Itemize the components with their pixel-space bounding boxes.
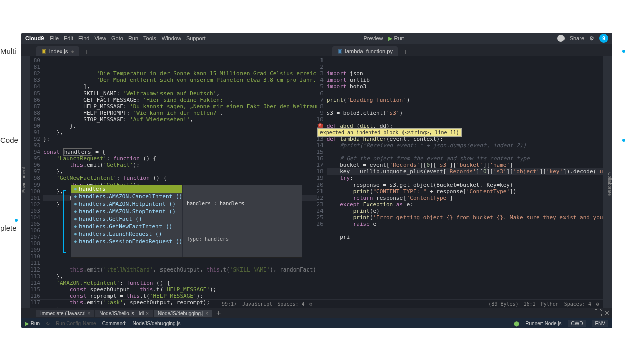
- close-icon[interactable]: ×: [146, 311, 149, 316]
- tab-lambda-function[interactable]: ▣ lambda_function.py: [332, 46, 398, 56]
- autocomplete-item[interactable]: ●handlers.LaunchRequest (): [71, 230, 182, 238]
- autocomplete-item[interactable]: ●handlers: [71, 185, 182, 193]
- run-button[interactable]: ▶Run: [388, 35, 405, 42]
- close-icon[interactable]: ×: [205, 311, 208, 316]
- left-editor[interactable]: 8081828384858687888990919293949596979899…: [30, 56, 317, 308]
- bottom-tabs: Immediate (Javascri ×NodeJS/hello.js - I…: [21, 308, 612, 318]
- gear-icon[interactable]: ⚙: [596, 301, 599, 307]
- file-size: (89 Bytes): [488, 301, 518, 307]
- brand[interactable]: Cloud9: [25, 35, 44, 41]
- menu-edit[interactable]: Edit: [64, 35, 73, 41]
- js-file-icon: ▣: [41, 48, 46, 54]
- bottom-tab[interactable]: Immediate (Javascri ×: [36, 310, 94, 317]
- user-avatar-icon[interactable]: [557, 35, 565, 42]
- add-tab-button[interactable]: +: [80, 48, 93, 56]
- right-gutter[interactable]: 1234567891011×12131415161718192021222324…: [317, 56, 327, 299]
- sidepanel-environment[interactable]: Environment: [21, 167, 26, 193]
- right-status-bar: (89 Bytes) 16:1 Python Spaces: 4 ⚙: [317, 299, 604, 308]
- sidepanel-collaborate[interactable]: Collaborate: [607, 172, 612, 196]
- menu-file[interactable]: File: [50, 35, 59, 41]
- left-gutter[interactable]: 8081828384858687888990919293949596979899…: [30, 56, 43, 299]
- menu-tools[interactable]: Tools: [143, 35, 156, 41]
- bug-icon[interactable]: ⬤: [514, 321, 519, 326]
- left-code-content[interactable]: 'Die Temperatur in der Sonne kann 15 Mil…: [43, 56, 317, 299]
- command-label: Command:: [102, 321, 127, 326]
- tab-modified-dot-icon: ●: [71, 48, 74, 54]
- restart-icon[interactable]: ↻: [46, 321, 50, 326]
- add-bottom-tab[interactable]: +: [213, 309, 224, 318]
- menu-window[interactable]: Window: [162, 35, 181, 41]
- bracket-icon: [63, 190, 66, 253]
- left-sidepanel: EnvironmentNavigateCommands: [21, 56, 30, 308]
- tab-bar: ▣ index.js ● + ▣ lambda_function.py +: [21, 44, 612, 56]
- autocomplete-popup[interactable]: ●handlers●handlers.AMAZON.CancelIntent (…: [71, 185, 302, 258]
- add-tab-button-right[interactable]: +: [399, 48, 411, 56]
- play-icon: ▶: [388, 35, 392, 42]
- py-file-icon: ▣: [337, 48, 342, 54]
- indent-setting[interactable]: Spaces: 4: [564, 301, 591, 307]
- autocomplete-item[interactable]: ●handlers.AMAZON.HelpIntent (): [71, 200, 182, 208]
- language-mode[interactable]: Python: [541, 301, 559, 307]
- bottom-tab[interactable]: NodeJS/hello.js - Idl ×: [95, 310, 153, 317]
- autocomplete-item[interactable]: ●handlers.GetNewFactIntent (): [71, 223, 182, 230]
- menu-goto[interactable]: Goto: [111, 35, 123, 41]
- menu-run[interactable]: Run: [128, 35, 138, 41]
- play-icon: ▶: [25, 321, 29, 326]
- menu-find[interactable]: Find: [78, 35, 89, 41]
- ide-window: Cloud9 FileEditFindViewGotoRunToolsWindo…: [21, 33, 612, 328]
- right-sidepanel: CollaborateOutlineAWS ResourcesDebugger: [603, 56, 612, 308]
- close-icon[interactable]: ×: [87, 311, 90, 316]
- tab-index-js[interactable]: ▣ index.js ●: [36, 46, 79, 56]
- panel-controls[interactable]: ⛶ ×: [594, 309, 612, 318]
- annotation-line: [16, 220, 63, 220]
- gear-icon[interactable]: ⚙: [589, 35, 594, 42]
- autocomplete-doc: handlers : handlers Type: handlers: [182, 185, 302, 257]
- menubar: Cloud9 FileEditFindViewGotoRunToolsWindo…: [21, 33, 612, 44]
- env-button[interactable]: ENV: [592, 320, 608, 327]
- cwd-button[interactable]: CWD: [568, 320, 586, 327]
- right-editor[interactable]: 1234567891011×12131415161718192021222324…: [317, 56, 604, 308]
- annotation-code-hinting: Code: [0, 136, 18, 144]
- run-button-bottom[interactable]: ▶ Run: [25, 321, 40, 326]
- runner-select[interactable]: Runner: Node.js: [525, 321, 561, 326]
- menu-view[interactable]: View: [94, 35, 106, 41]
- share-button[interactable]: Share: [570, 35, 584, 41]
- autocomplete-item[interactable]: ●handlers.AMAZON.CancelIntent (): [71, 193, 182, 200]
- cursor-position: 16:1: [524, 301, 536, 307]
- run-config-name-input[interactable]: Run Config Name: [56, 321, 96, 326]
- code-hint-tooltip: expected an indented block (<string>, li…: [317, 128, 462, 137]
- annotation-line: [455, 140, 624, 140]
- annotation-autocomplete: plete: [0, 224, 17, 232]
- command-value[interactable]: NodeJS/debugging.js: [133, 321, 181, 326]
- annotation-multi: Multi: [0, 47, 16, 55]
- menu-support[interactable]: Support: [186, 35, 206, 41]
- preview-button[interactable]: Preview: [363, 35, 383, 41]
- autocomplete-item[interactable]: ●handlers.SessionEndedRequest (): [71, 238, 182, 245]
- run-config-bar: ▶ Run ↻ Run Config Name Command: NodeJS/…: [21, 318, 612, 328]
- autocomplete-item[interactable]: ●handlers.GetFact (): [71, 215, 182, 223]
- autocomplete-item[interactable]: ●handlers.AMAZON.StopIntent (): [71, 208, 182, 215]
- right-code-content[interactable]: import jsonimport urllibimport boto3prin…: [327, 56, 603, 299]
- bottom-tab[interactable]: NodeJS/debugging.j ×: [154, 310, 212, 317]
- annotation-line: [423, 51, 624, 51]
- cloud9-badge-icon[interactable]: 9: [599, 34, 608, 43]
